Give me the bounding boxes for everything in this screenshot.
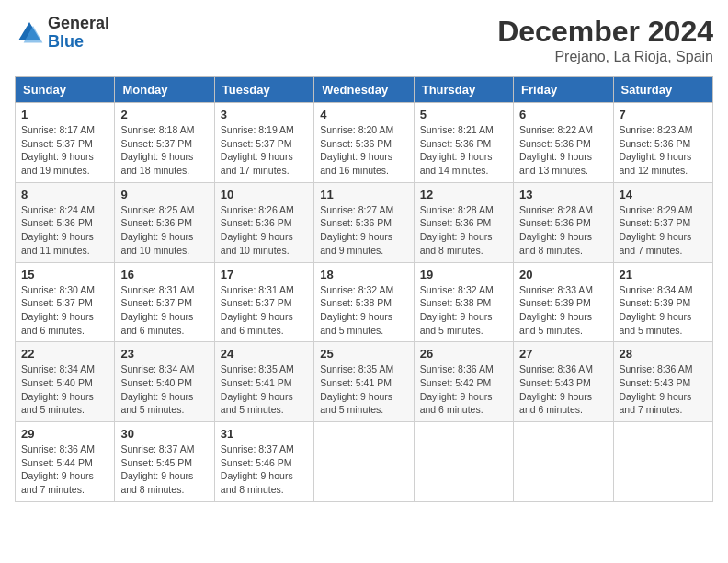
daylight-label: Daylight: 9 hours and 8 minutes. xyxy=(221,470,293,495)
calendar-cell: 19 Sunrise: 8:32 AM Sunset: 5:38 PM Dayl… xyxy=(414,262,513,342)
daylight-label: Daylight: 9 hours and 5 minutes. xyxy=(420,311,493,336)
calendar-cell xyxy=(314,422,414,502)
cell-content: Sunrise: 8:31 AM Sunset: 5:37 PM Dayligh… xyxy=(221,283,308,338)
cell-content: Sunrise: 8:35 AM Sunset: 5:41 PM Dayligh… xyxy=(221,362,308,417)
sunset-label: Sunset: 5:39 PM xyxy=(620,297,691,308)
sunset-label: Sunset: 5:36 PM xyxy=(420,217,492,228)
sunrise-label: Sunrise: 8:18 AM xyxy=(120,124,194,135)
sunrise-label: Sunrise: 8:33 AM xyxy=(519,284,593,295)
sunrise-label: Sunrise: 8:34 AM xyxy=(120,363,194,374)
sunset-label: Sunset: 5:36 PM xyxy=(519,138,591,149)
daylight-label: Daylight: 9 hours and 6 minutes. xyxy=(519,391,592,416)
day-number: 14 xyxy=(620,188,707,201)
sunset-label: Sunset: 5:44 PM xyxy=(21,457,93,468)
daylight-label: Daylight: 9 hours and 16 minutes. xyxy=(320,151,392,176)
daylight-label: Daylight: 9 hours and 8 minutes. xyxy=(120,470,193,495)
calendar-cell: 13 Sunrise: 8:28 AM Sunset: 5:36 PM Dayl… xyxy=(514,182,613,262)
cell-content: Sunrise: 8:32 AM Sunset: 5:38 PM Dayligh… xyxy=(320,283,407,338)
cell-content: Sunrise: 8:31 AM Sunset: 5:37 PM Dayligh… xyxy=(120,283,208,338)
calendar-cell: 26 Sunrise: 8:36 AM Sunset: 5:42 PM Dayl… xyxy=(414,342,513,422)
day-number: 7 xyxy=(620,108,707,121)
daylight-label: Daylight: 9 hours and 14 minutes. xyxy=(420,151,493,176)
daylight-label: Daylight: 9 hours and 7 minutes. xyxy=(620,231,692,256)
calendar-cell: 7 Sunrise: 8:23 AM Sunset: 5:36 PM Dayli… xyxy=(613,103,712,183)
daylight-label: Daylight: 9 hours and 13 minutes. xyxy=(519,151,592,176)
day-number: 22 xyxy=(21,347,108,361)
calendar-header-row: SundayMondayTuesdayWednesdayThursdayFrid… xyxy=(16,77,713,103)
sunset-label: Sunset: 5:43 PM xyxy=(620,377,691,388)
sunset-label: Sunset: 5:45 PM xyxy=(120,457,192,468)
daylight-label: Daylight: 9 hours and 9 minutes. xyxy=(320,231,392,256)
daylight-label: Daylight: 9 hours and 18 minutes. xyxy=(120,151,193,176)
calendar-cell: 27 Sunrise: 8:36 AM Sunset: 5:43 PM Dayl… xyxy=(514,342,613,422)
day-number: 30 xyxy=(120,427,208,441)
calendar-cell: 8 Sunrise: 8:24 AM Sunset: 5:36 PM Dayli… xyxy=(16,182,115,262)
cell-content: Sunrise: 8:32 AM Sunset: 5:38 PM Dayligh… xyxy=(420,283,507,338)
day-number: 28 xyxy=(620,347,707,361)
daylight-label: Daylight: 9 hours and 6 minutes. xyxy=(120,311,193,336)
sunrise-label: Sunrise: 8:34 AM xyxy=(620,284,693,295)
cell-content: Sunrise: 8:36 AM Sunset: 5:44 PM Dayligh… xyxy=(21,442,108,497)
cell-content: Sunrise: 8:34 AM Sunset: 5:40 PM Dayligh… xyxy=(120,362,208,417)
location-text: Prejano, La Rioja, Spain xyxy=(497,49,713,65)
day-number: 10 xyxy=(221,188,308,201)
cell-content: Sunrise: 8:23 AM Sunset: 5:36 PM Dayligh… xyxy=(620,123,707,178)
cell-content: Sunrise: 8:17 AM Sunset: 5:37 PM Dayligh… xyxy=(21,123,108,178)
sunset-label: Sunset: 5:36 PM xyxy=(620,138,691,149)
day-number: 4 xyxy=(320,108,407,121)
day-number: 17 xyxy=(221,268,308,282)
weekday-header: Tuesday xyxy=(214,77,313,103)
weekday-header: Sunday xyxy=(16,77,115,103)
calendar-cell: 11 Sunrise: 8:27 AM Sunset: 5:36 PM Dayl… xyxy=(314,182,414,262)
sunrise-label: Sunrise: 8:32 AM xyxy=(320,284,393,295)
sunset-label: Sunset: 5:38 PM xyxy=(420,297,492,308)
sunrise-label: Sunrise: 8:31 AM xyxy=(221,284,294,295)
calendar-cell: 6 Sunrise: 8:22 AM Sunset: 5:36 PM Dayli… xyxy=(514,103,613,183)
day-number: 27 xyxy=(519,347,607,361)
daylight-label: Daylight: 9 hours and 5 minutes. xyxy=(620,311,692,336)
calendar-cell: 21 Sunrise: 8:34 AM Sunset: 5:39 PM Dayl… xyxy=(613,262,712,342)
sunset-label: Sunset: 5:40 PM xyxy=(21,377,93,388)
calendar-cell: 22 Sunrise: 8:34 AM Sunset: 5:40 PM Dayl… xyxy=(16,342,115,422)
calendar-cell: 31 Sunrise: 8:37 AM Sunset: 5:46 PM Dayl… xyxy=(214,422,313,502)
cell-content: Sunrise: 8:37 AM Sunset: 5:46 PM Dayligh… xyxy=(221,442,308,497)
day-number: 15 xyxy=(21,268,108,282)
logo: General Blue xyxy=(15,15,109,52)
logo-general-text: General xyxy=(48,15,109,33)
sunrise-label: Sunrise: 8:31 AM xyxy=(120,284,194,295)
cell-content: Sunrise: 8:36 AM Sunset: 5:42 PM Dayligh… xyxy=(420,362,507,417)
sunrise-label: Sunrise: 8:23 AM xyxy=(620,124,693,135)
cell-content: Sunrise: 8:36 AM Sunset: 5:43 PM Dayligh… xyxy=(519,362,607,417)
cell-content: Sunrise: 8:34 AM Sunset: 5:39 PM Dayligh… xyxy=(620,283,707,338)
sunset-label: Sunset: 5:36 PM xyxy=(221,217,292,228)
sunrise-label: Sunrise: 8:34 AM xyxy=(21,363,95,374)
calendar-cell xyxy=(613,422,712,502)
daylight-label: Daylight: 9 hours and 5 minutes. xyxy=(221,391,293,416)
cell-content: Sunrise: 8:26 AM Sunset: 5:36 PM Dayligh… xyxy=(221,203,308,258)
weekday-header: Wednesday xyxy=(314,77,414,103)
daylight-label: Daylight: 9 hours and 8 minutes. xyxy=(420,231,493,256)
logo-blue-text: Blue xyxy=(48,33,109,52)
calendar-cell: 3 Sunrise: 8:19 AM Sunset: 5:37 PM Dayli… xyxy=(214,103,313,183)
sunrise-label: Sunrise: 8:28 AM xyxy=(420,204,494,215)
sunrise-label: Sunrise: 8:21 AM xyxy=(420,124,494,135)
daylight-label: Daylight: 9 hours and 17 minutes. xyxy=(221,151,293,176)
sunrise-label: Sunrise: 8:37 AM xyxy=(120,443,194,454)
sunset-label: Sunset: 5:36 PM xyxy=(120,217,192,228)
day-number: 26 xyxy=(420,347,507,361)
cell-content: Sunrise: 8:24 AM Sunset: 5:36 PM Dayligh… xyxy=(21,203,108,258)
cell-content: Sunrise: 8:18 AM Sunset: 5:37 PM Dayligh… xyxy=(120,123,208,178)
calendar-week-row: 1 Sunrise: 8:17 AM Sunset: 5:37 PM Dayli… xyxy=(16,103,713,183)
cell-content: Sunrise: 8:35 AM Sunset: 5:41 PM Dayligh… xyxy=(320,362,407,417)
sunset-label: Sunset: 5:39 PM xyxy=(519,297,591,308)
day-number: 24 xyxy=(221,347,308,361)
title-area: December 2024 Prejano, La Rioja, Spain xyxy=(497,15,713,65)
day-number: 9 xyxy=(120,188,208,201)
sunset-label: Sunset: 5:41 PM xyxy=(320,377,392,388)
daylight-label: Daylight: 9 hours and 11 minutes. xyxy=(21,231,94,256)
calendar-cell xyxy=(414,422,513,502)
sunrise-label: Sunrise: 8:37 AM xyxy=(221,443,294,454)
sunset-label: Sunset: 5:38 PM xyxy=(320,297,392,308)
calendar-cell: 17 Sunrise: 8:31 AM Sunset: 5:37 PM Dayl… xyxy=(214,262,313,342)
day-number: 31 xyxy=(221,427,308,441)
